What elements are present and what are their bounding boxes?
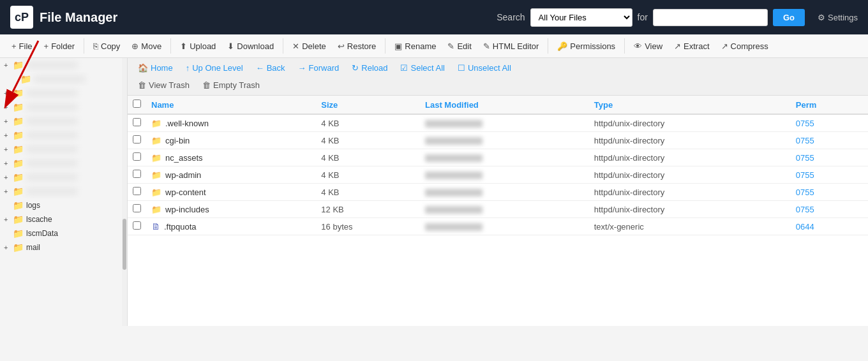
row-checkbox[interactable] xyxy=(133,204,141,212)
sidebar-item-label xyxy=(34,75,85,83)
folder-icon: 📁 xyxy=(151,136,161,145)
empty-trash-icon: 🗑 xyxy=(202,80,211,90)
restore-icon: ↩ xyxy=(338,41,345,51)
file-name: cgi-bin xyxy=(165,136,190,145)
sidebar-tree[interactable]: + 📁 📁 + 📁 + 📁 + 📁 xyxy=(0,58,122,326)
sidebar-item[interactable]: + 📁 xyxy=(0,128,122,142)
new-file-button[interactable]: + File xyxy=(6,39,38,54)
expand-icon: + xyxy=(4,173,11,181)
view-button[interactable]: 👁 View xyxy=(629,39,668,54)
search-scope-select[interactable]: All Your Files File Names Only File Cont… xyxy=(530,8,632,27)
upload-button[interactable]: ⬆ Upload xyxy=(175,39,221,54)
restore-button[interactable]: ↩ Restore xyxy=(333,39,382,54)
sidebar-item[interactable]: + 📁 xyxy=(0,100,122,114)
table-row[interactable]: 📁nc_assets4 KBhttpd/unix-directory0755 xyxy=(128,149,868,166)
download-label: Download xyxy=(237,41,274,51)
select-all-checkbox-col[interactable] xyxy=(128,96,146,114)
sidebar-item-label xyxy=(26,173,77,181)
up-one-level-button[interactable]: ↑ Up One Level xyxy=(181,61,248,75)
expand-icon: + xyxy=(4,159,11,167)
go-button[interactable]: Go xyxy=(773,9,805,26)
table-row[interactable]: 📁cgi-bin4 KBhttpd/unix-directory0755 xyxy=(128,132,868,149)
expand-icon: + xyxy=(4,216,11,223)
folder-icon: 📁 xyxy=(20,74,31,84)
rename-button[interactable]: ▣ Rename xyxy=(389,39,441,54)
expand-icon: + xyxy=(4,61,11,69)
sidebar-item-lscmdata[interactable]: 📁 lscmData xyxy=(0,226,122,240)
sidebar-item[interactable]: + 📁 xyxy=(0,86,122,100)
file-modified xyxy=(420,218,589,235)
compress-button[interactable]: ↗ Compress xyxy=(716,39,774,54)
new-folder-button[interactable]: + Folder xyxy=(39,39,80,54)
row-checkbox[interactable] xyxy=(133,187,141,195)
copy-icon: ⎘ xyxy=(93,41,98,51)
permissions-button[interactable]: 🔑 Permissions xyxy=(552,39,620,54)
table-row[interactable]: 📁wp-content4 KBhttpd/unix-directory0755 xyxy=(128,184,868,201)
empty-trash-button[interactable]: 🗑 Empty Trash xyxy=(197,78,265,92)
back-button[interactable]: ← Back xyxy=(251,61,290,75)
type-column-header[interactable]: Type xyxy=(589,96,791,114)
home-button[interactable]: 🏠 Home xyxy=(133,61,178,75)
extract-icon: ↗ xyxy=(674,41,681,51)
name-column-header[interactable]: Name xyxy=(146,96,316,114)
file-name: wp-content xyxy=(165,188,206,197)
move-button[interactable]: ⊕ Move xyxy=(126,39,167,54)
table-row[interactable]: 🗎.ftpquota16 bytestext/x-generic0644 xyxy=(128,218,868,235)
sidebar-item[interactable]: 📁 xyxy=(0,72,122,86)
permissions-label: Permissions xyxy=(570,41,615,51)
sidebar-item[interactable]: + 📁 xyxy=(0,184,122,198)
back-icon: ← xyxy=(256,63,264,73)
row-checkbox[interactable] xyxy=(133,118,141,126)
copy-button[interactable]: ⎘ Copy xyxy=(88,39,125,54)
settings-button[interactable]: ⚙ Settings xyxy=(818,13,858,22)
select-all-checkbox[interactable] xyxy=(133,99,141,108)
sidebar-item-lscache[interactable]: + 📁 lscache xyxy=(0,212,122,226)
sidebar-item[interactable]: + 📁 xyxy=(0,170,122,184)
file-type: httpd/unix-directory xyxy=(589,114,791,132)
toolbar: + File + Folder ⎘ Copy ⊕ Move ⬆ Upload ⬇… xyxy=(0,34,868,58)
file-modified xyxy=(420,132,589,149)
sidebar-scrollbar-thumb xyxy=(123,219,126,270)
expand-icon: + xyxy=(4,145,11,153)
select-all-button[interactable]: ☑ Select All xyxy=(395,61,449,75)
delete-button[interactable]: ✕ Delete xyxy=(287,39,331,54)
extract-button[interactable]: ↗ Extract xyxy=(669,39,714,54)
sidebar-item-label: lscache xyxy=(26,215,52,224)
sidebar-scrollbar[interactable] xyxy=(122,58,127,326)
sidebar-item-label xyxy=(26,145,77,153)
sidebar-item[interactable]: + 📁 xyxy=(0,58,122,72)
size-column-header[interactable]: Size xyxy=(316,96,420,114)
file-table-container[interactable]: Name Size Last Modified Type Perm 📁.well… xyxy=(128,96,868,326)
folder-icon: 📁 xyxy=(151,153,161,163)
expand-icon: + xyxy=(4,89,11,97)
file-name: wp-includes xyxy=(165,205,209,214)
unselect-all-button[interactable]: ☐ Unselect All xyxy=(453,61,516,75)
view-trash-button[interactable]: 🗑 View Trash xyxy=(133,78,195,92)
sidebar-item[interactable]: + 📁 xyxy=(0,156,122,170)
modified-column-header[interactable]: Last Modified xyxy=(420,96,589,114)
row-checkbox[interactable] xyxy=(133,221,141,230)
expand-icon: + xyxy=(4,117,11,125)
folder-icon: 📁 xyxy=(13,228,24,239)
rename-icon: ▣ xyxy=(394,41,402,51)
download-button[interactable]: ⬇ Download xyxy=(222,39,279,54)
search-input[interactable] xyxy=(653,9,768,26)
folder-icon: 📁 xyxy=(13,130,24,140)
sidebar-item[interactable]: + 📁 xyxy=(0,114,122,128)
table-row[interactable]: 📁wp-includes12 KBhttpd/unix-directory075… xyxy=(128,201,868,218)
html-editor-button[interactable]: ✎ HTML Editor xyxy=(478,39,544,54)
table-row[interactable]: 📁wp-admin4 KBhttpd/unix-directory0755 xyxy=(128,166,868,184)
expand-icon: + xyxy=(4,131,11,139)
table-row[interactable]: 📁.well-known4 KBhttpd/unix-directory0755 xyxy=(128,114,868,132)
row-checkbox[interactable] xyxy=(133,152,141,161)
reload-button[interactable]: ↻ Reload xyxy=(347,61,393,75)
sidebar-item-mail[interactable]: + 📁 mail xyxy=(0,240,122,254)
sidebar-item[interactable]: + 📁 xyxy=(0,142,122,156)
row-checkbox[interactable] xyxy=(133,170,141,178)
forward-button[interactable]: → Forward xyxy=(293,61,345,75)
file-type: httpd/unix-directory xyxy=(589,149,791,166)
perm-column-header[interactable]: Perm xyxy=(791,96,868,114)
sidebar-item-logs[interactable]: 📁 logs xyxy=(0,198,122,212)
edit-button[interactable]: ✎ Edit xyxy=(442,39,476,54)
row-checkbox[interactable] xyxy=(133,135,141,144)
